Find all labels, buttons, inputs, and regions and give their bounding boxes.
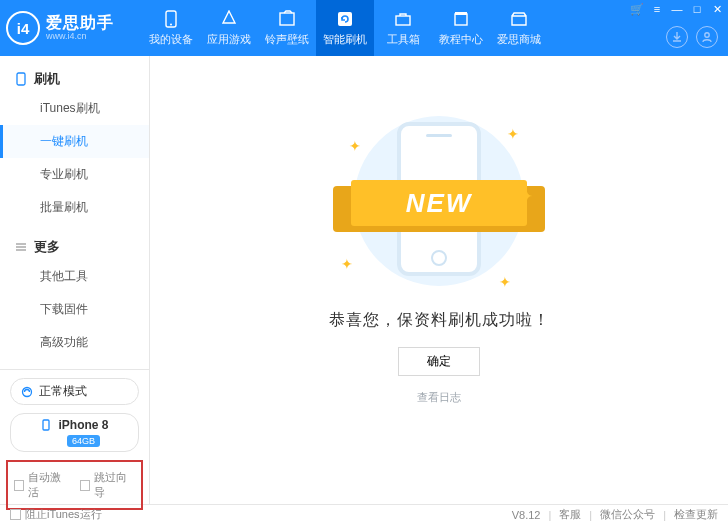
nav-tutorial[interactable]: 教程中心 [432,0,490,56]
phone-icon [14,72,28,86]
new-ribbon: NEW [351,180,527,226]
sidebar-options-highlight: 自动激活 跳过向导 [6,460,143,510]
version-label: V8.12 [512,509,541,521]
sparkle-icon: ✦ [341,256,351,266]
device-icon [40,419,52,431]
nav-toolbox[interactable]: 工具箱 [374,0,432,56]
app-logo: i4 爱思助手 www.i4.cn [6,11,142,45]
nav-store[interactable]: 爱思商城 [490,0,548,56]
checkbox-icon [10,509,21,520]
sparkle-icon: ✦ [507,126,517,136]
update-link[interactable]: 检查更新 [674,507,718,522]
sidebar-item-pro-flash[interactable]: 专业刷机 [0,158,149,191]
menu-icon[interactable]: ≡ [650,2,664,16]
cart-icon[interactable]: 🛒 [630,2,644,16]
minimize-button[interactable]: — [670,2,684,16]
ok-button[interactable]: 确定 [398,347,480,376]
svg-rect-3 [338,12,352,26]
support-link[interactable]: 客服 [559,507,581,522]
svg-point-1 [170,23,172,25]
apps-icon [220,10,238,28]
refresh-icon [336,10,354,28]
sparkle-icon: ✦ [349,138,359,148]
svg-rect-5 [455,14,467,25]
svg-rect-2 [280,13,294,25]
svg-rect-4 [396,16,410,25]
nav-apps[interactable]: 应用游戏 [200,0,258,56]
app-header: i4 爱思助手 www.i4.cn 我的设备 应用游戏 铃声壁纸 智能刷机 工具… [0,0,728,56]
checkbox-icon [80,480,90,491]
download-button[interactable] [666,26,688,48]
nav-flash[interactable]: 智能刷机 [316,0,374,56]
svg-point-7 [705,33,709,37]
sidebar-item-download-firmware[interactable]: 下载固件 [0,293,149,326]
sidebar-item-onekey-flash[interactable]: 一键刷机 [0,125,149,158]
nav-ringtone[interactable]: 铃声壁纸 [258,0,316,56]
app-url: www.i4.cn [46,32,114,42]
header-actions [666,26,718,48]
view-log-link[interactable]: 查看日志 [417,390,461,405]
sidebar: 刷机 iTunes刷机 一键刷机 专业刷机 批量刷机 更多 其他工具 下载固件 … [0,56,150,504]
svg-rect-8 [17,73,25,85]
app-name: 爱思助手 [46,14,114,32]
device-name: iPhone 8 [58,418,108,432]
checkbox-skip-guide[interactable]: 跳过向导 [80,470,136,500]
checkbox-auto-activate[interactable]: 自动激活 [14,470,70,500]
store-icon [510,10,528,28]
success-illustration: NEW ✦ ✦ ✦ ✦ ✦ [329,110,549,290]
mode-pill[interactable]: 正常模式 [10,378,139,405]
device-storage-badge: 64GB [67,435,100,447]
success-message: 恭喜您，保资料刷机成功啦！ [329,310,550,331]
sidebar-item-advanced[interactable]: 高级功能 [0,326,149,359]
wechat-link[interactable]: 微信公众号 [600,507,655,522]
book-icon [452,10,470,28]
main-panel: NEW ✦ ✦ ✦ ✦ ✦ 恭喜您，保资料刷机成功啦！ 确定 查看日志 [150,56,728,504]
sidebar-group-flash[interactable]: 刷机 [0,66,149,92]
checkbox-icon [14,480,24,491]
sidebar-item-itunes-flash[interactable]: iTunes刷机 [0,92,149,125]
svg-rect-6 [455,12,467,15]
sparkle-icon: ✦ [499,274,509,284]
svg-rect-10 [43,420,49,430]
mode-icon [21,386,33,398]
nav-my-device[interactable]: 我的设备 [142,0,200,56]
user-button[interactable] [696,26,718,48]
sidebar-item-other-tools[interactable]: 其他工具 [0,260,149,293]
checkbox-block-itunes[interactable]: 阻止iTunes运行 [10,507,102,522]
more-icon [14,240,28,254]
close-button[interactable]: ✕ [710,2,724,16]
logo-icon: i4 [6,11,40,45]
maximize-button[interactable]: □ [690,2,704,16]
sidebar-item-batch-flash[interactable]: 批量刷机 [0,191,149,224]
phone-icon [162,10,180,28]
music-icon [278,10,296,28]
top-nav: 我的设备 应用游戏 铃声壁纸 智能刷机 工具箱 教程中心 爱思商城 [142,0,548,56]
sidebar-group-more[interactable]: 更多 [0,234,149,260]
toolbox-icon [394,10,412,28]
device-pill[interactable]: iPhone 8 64GB [10,413,139,452]
window-controls: 🛒 ≡ — □ ✕ [630,2,724,16]
sparkle-icon: ✦ [521,188,531,198]
